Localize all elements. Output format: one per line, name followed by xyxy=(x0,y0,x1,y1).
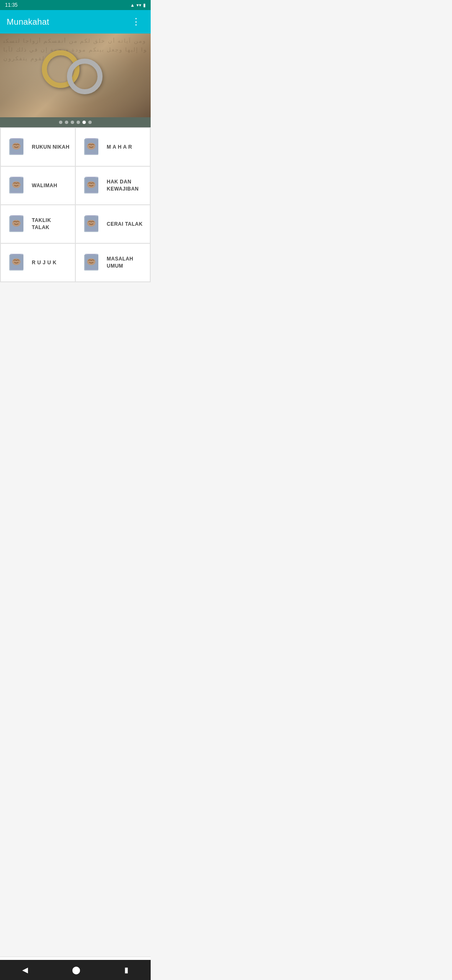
svg-point-11 xyxy=(87,181,95,188)
menu-label-rujuk: R U J U K xyxy=(32,259,56,266)
book-icon-hak-dan-kewajiban xyxy=(81,175,102,196)
menu-label-walimah: WALIMAH xyxy=(32,182,57,189)
menu-item-masalah-umum[interactable]: MASALAH UMUM xyxy=(76,244,150,281)
indicator-dot-6[interactable] xyxy=(88,121,92,124)
menu-label-rukun-nikah: RUKUN NIKAH xyxy=(32,144,69,151)
book-icon-taklik-talak xyxy=(6,214,27,235)
indicator-dot-4[interactable] xyxy=(77,121,80,124)
menu-item-taklik-talak[interactable]: TAKLIK TALAK xyxy=(1,205,75,243)
menu-item-rukun-nikah[interactable]: RUKUN NIKAH xyxy=(1,128,75,166)
book-icon-cerai-talak xyxy=(81,214,102,235)
menu-item-rujuk[interactable]: R U J U K xyxy=(1,244,75,281)
indicator-dot-2[interactable] xyxy=(65,121,68,124)
menu-label-cerai-talak: CERAI TALAK xyxy=(107,221,143,228)
menu-grid: RUKUN NIKAH M A H A R WALIMAH xyxy=(0,127,151,282)
book-icon-masalah-umum xyxy=(81,252,102,273)
svg-point-23 xyxy=(87,258,95,265)
status-time: 11:35 xyxy=(5,2,18,8)
app-title: Munakahat xyxy=(7,17,49,27)
svg-point-8 xyxy=(12,181,21,188)
silver-ring xyxy=(67,59,103,94)
menu-item-mahar[interactable]: M A H A R xyxy=(76,128,150,166)
wifi-icon: ▾▾ xyxy=(136,3,141,8)
svg-point-20 xyxy=(12,258,21,265)
battery-icon: ▮ xyxy=(143,3,146,8)
signal-icon: ▲ xyxy=(130,3,135,8)
banner-indicators xyxy=(0,117,151,127)
more-options-icon[interactable]: ⋮ xyxy=(128,14,144,30)
book-icon-rukun-nikah xyxy=(6,137,27,157)
book-icon-walimah xyxy=(6,175,27,196)
menu-item-cerai-talak[interactable]: CERAI TALAK xyxy=(76,205,150,243)
banner-image: ومن آياته أن خلق لكم من أنفسكم أزواجا لت… xyxy=(0,34,151,117)
menu-item-hak-dan-kewajiban[interactable]: HAK DAN KEWAJIBAN xyxy=(76,167,150,204)
svg-point-14 xyxy=(12,220,21,227)
svg-point-17 xyxy=(87,220,95,227)
menu-item-walimah[interactable]: WALIMAH xyxy=(1,167,75,204)
app-bar: Munakahat ⋮ xyxy=(0,10,151,34)
indicator-dot-3[interactable] xyxy=(71,121,74,124)
indicator-dot-5[interactable] xyxy=(82,121,86,124)
svg-point-5 xyxy=(87,143,95,150)
indicator-dot-1[interactable] xyxy=(59,121,62,124)
book-icon-rujuk xyxy=(6,252,27,273)
menu-label-hak-dan-kewajiban: HAK DAN KEWAJIBAN xyxy=(107,178,145,193)
rings-decoration xyxy=(33,46,117,101)
book-icon-mahar xyxy=(81,137,102,157)
status-bar: 11:35 ▲ ▾▾ ▮ xyxy=(0,0,151,10)
menu-label-taklik-talak: TAKLIK TALAK xyxy=(32,217,70,231)
menu-label-mahar: M A H A R xyxy=(107,144,132,151)
menu-label-masalah-umum: MASALAH UMUM xyxy=(107,255,145,270)
status-icons: ▲ ▾▾ ▮ xyxy=(130,3,146,8)
svg-point-2 xyxy=(12,143,21,150)
